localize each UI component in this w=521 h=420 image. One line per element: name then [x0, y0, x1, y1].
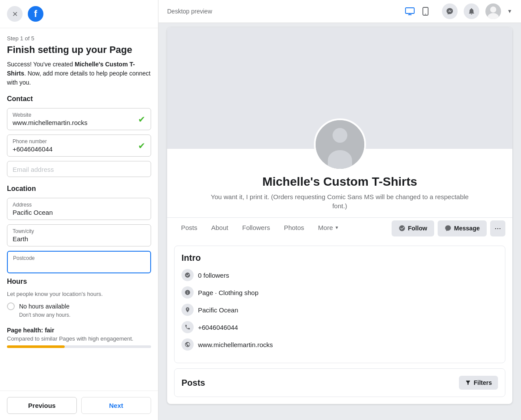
city-label: Town/city	[13, 228, 145, 234]
page-nav: Posts About Followers Photos More ▼ Foll…	[167, 217, 512, 239]
filters-icon	[465, 380, 471, 386]
desktop-preview-label: Desktop preview	[167, 8, 212, 15]
info-icon	[181, 286, 194, 299]
chevron-down-icon: ▼	[335, 225, 339, 230]
hours-description: Let people know your location's hours.	[7, 291, 151, 297]
health-title: Page health: fair	[7, 327, 151, 334]
location-section: Location	[7, 185, 151, 193]
posts-card: Posts Filters	[174, 368, 505, 397]
user-avatar[interactable]	[485, 3, 501, 19]
left-header: ✕ f	[0, 0, 158, 28]
message-button[interactable]: Message	[438, 220, 487, 236]
page-name-display: Michelle's Custom T-Shirts	[176, 175, 504, 189]
next-button[interactable]: Next	[81, 397, 151, 414]
intro-phone-row: +6046046044	[181, 321, 498, 333]
globe-icon	[181, 338, 194, 351]
facebook-logo: f	[28, 6, 43, 22]
more-options-button[interactable]: ···	[490, 220, 505, 236]
address-label: Address	[13, 202, 145, 208]
phone-icon	[181, 321, 194, 333]
success-text-1: Success! You've created	[7, 61, 75, 68]
postcode-label: Postcode	[13, 255, 145, 261]
contact-section-title: Contact	[7, 95, 151, 103]
page-heading: Finish setting up your Page	[7, 44, 151, 56]
location-section-title: Location	[7, 185, 151, 193]
intro-card: Intro 0 followers Page · Clothing shop	[174, 246, 505, 363]
mobile-icon[interactable]	[419, 5, 432, 17]
chevron-down-icon[interactable]: ▼	[507, 8, 512, 14]
page-tagline-display: You want it, I print it. (Orders request…	[210, 192, 470, 210]
phone-field[interactable]: Phone number +6046046044 ✔	[7, 135, 151, 157]
intro-location-row: Pacific Ocean	[181, 304, 498, 316]
health-bar-background	[7, 345, 151, 348]
nav-about[interactable]: About	[204, 218, 235, 239]
hours-section-title: Hours	[7, 278, 151, 285]
website-label: Website	[13, 112, 145, 118]
page-nav-right: Follow Message ···	[392, 220, 506, 236]
city-value: Earth	[13, 235, 145, 243]
intro-followers-row: 0 followers	[181, 269, 498, 281]
email-field[interactable]: Email address	[7, 161, 151, 177]
posts-header: Posts Filters	[181, 376, 498, 390]
nav-posts[interactable]: Posts	[174, 218, 204, 239]
svg-point-6	[488, 13, 499, 19]
intro-location: Pacific Ocean	[198, 306, 238, 314]
no-hours-option[interactable]: No hours available	[7, 302, 151, 310]
follow-btn-label: Follow	[408, 225, 427, 232]
intro-website-row: www.michellemartin.rocks	[181, 338, 498, 351]
filters-button[interactable]: Filters	[459, 376, 498, 390]
svg-rect-0	[406, 8, 414, 13]
intro-page-type: Page · Clothing shop	[198, 289, 258, 296]
address-value: Pacific Ocean	[13, 209, 145, 216]
health-subtitle: Compared to similar Pages with high enga…	[7, 335, 151, 342]
close-button[interactable]: ✕	[7, 6, 23, 22]
fb-page-preview: Michelle's Custom T-Shirts You want it, …	[167, 27, 512, 404]
svg-point-4	[425, 14, 426, 15]
notifications-icon[interactable]	[464, 3, 479, 19]
profile-picture	[314, 118, 366, 171]
bottom-nav: Previous Next	[0, 390, 158, 420]
nav-photos[interactable]: Photos	[277, 218, 311, 239]
page-nav-left: Posts About Followers Photos More ▼	[174, 218, 346, 239]
intro-website: www.michellemartin.rocks	[198, 341, 273, 348]
followers-icon	[181, 269, 194, 281]
posts-title: Posts	[181, 378, 205, 388]
website-check-icon: ✔	[138, 114, 145, 125]
right-panel: Desktop preview ▼	[158, 0, 521, 420]
message-btn-label: Message	[454, 225, 480, 232]
more-dots-label: ···	[495, 224, 501, 233]
website-field[interactable]: Website www.michellemartin.rocks ✔	[7, 108, 151, 130]
page-health-section: Page health: fair Compared to similar Pa…	[7, 327, 151, 348]
no-hours-radio[interactable]	[7, 302, 15, 310]
page-content: Intro 0 followers Page · Clothing shop	[167, 239, 512, 404]
follow-button[interactable]: Follow	[392, 220, 434, 236]
phone-value: +6046046044	[13, 145, 145, 153]
no-hours-label: No hours available	[19, 303, 69, 310]
success-text: Success! You've created Michelle's Custo…	[7, 60, 151, 87]
filters-btn-label: Filters	[474, 379, 492, 386]
nav-more[interactable]: More ▼	[311, 218, 346, 239]
left-panel: ✕ f Step 1 of 5 Finish setting up your P…	[0, 0, 158, 420]
profile-picture-wrap	[314, 118, 366, 171]
previous-button[interactable]: Previous	[7, 397, 77, 414]
intro-page-type-row: Page · Clothing shop	[181, 286, 498, 299]
health-bar-fill	[7, 345, 65, 348]
hours-section: Hours Let people know your location's ho…	[7, 278, 151, 318]
address-field[interactable]: Address Pacific Ocean	[7, 198, 151, 220]
left-body: Step 1 of 5 Finish setting up your Page …	[0, 28, 158, 390]
phone-label: Phone number	[13, 138, 145, 144]
desktop-icon[interactable]	[404, 5, 416, 17]
intro-followers-count: 0 followers	[198, 272, 229, 279]
close-icon: ✕	[12, 10, 18, 18]
messenger-icon[interactable]	[442, 3, 458, 19]
cover-photo	[167, 27, 512, 149]
success-text-2: . Now, add more details to help people c…	[7, 70, 151, 86]
city-field[interactable]: Town/city Earth	[7, 224, 151, 246]
message-icon	[445, 225, 452, 232]
postcode-field[interactable]: Postcode	[7, 251, 151, 273]
no-hours-sub: Don't show any hours.	[19, 312, 151, 318]
intro-title: Intro	[181, 253, 498, 263]
nav-followers[interactable]: Followers	[235, 218, 277, 239]
follow-icon	[399, 225, 406, 232]
website-value: www.michellemartin.rocks	[13, 119, 145, 126]
